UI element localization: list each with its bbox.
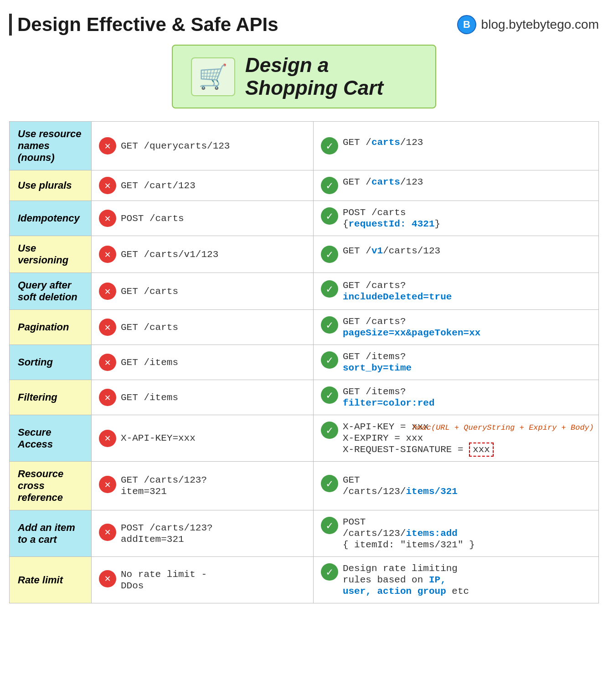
table-row: Rate limit ✕ No rate limit - DDos ✓ Desi… [10,557,599,603]
good-code-line1: Design rate limiting [343,563,469,574]
good-code-content: POST /carts/123/items:add { itemId: "ite… [343,517,475,550]
bad-cell-add-item-to-cart: ✕ POST /carts/123? addItem=321 [92,510,314,557]
bad-code: POST /carts [121,213,184,224]
good-cell-idempotency: ✓ POST /carts {requestId: 4321} [313,201,598,236]
good-code-content: GET /carts? includeDeleted=true [343,280,452,302]
bad-code-content: GET /carts/123? item=321 [121,475,207,497]
check-icon: ✓ [321,137,338,154]
x-icon: ✕ [99,137,116,154]
table-row: Add an item to a cart ✕ POST /carts/123?… [10,510,599,557]
row-label-sorting: Sorting [10,345,92,380]
bad-cell-idempotency: ✕ POST /carts [92,201,314,236]
good-code-line1: GET /carts? [343,316,480,327]
bad-cell-resource-cross-reference: ✕ GET /carts/123? item=321 [92,462,314,510]
bad-cell-use-resource-names: ✕ GET /querycarts/123 [92,122,314,170]
x-icon: ✕ [99,283,116,300]
bad-code-line2: addItem=321 [121,534,213,545]
table-row: Resource cross reference ✕ GET /carts/12… [10,462,599,510]
check-icon: ✓ [321,177,338,194]
svg-text:B: B [463,19,470,30]
cart-emoji: 🛒 [198,63,228,90]
logo-text: blog.bytebytego.com [481,17,599,32]
bad-code-content: POST /carts/123? addItem=321 [121,523,213,545]
table-row: Secure Access ✕ X-API-KEY=xxx ✓ X-API-KE… [10,415,599,462]
row-label-use-plurals: Use plurals [10,170,92,201]
check-icon: ✓ [321,207,338,225]
logo-area: B blog.bytebytego.com [457,15,599,35]
api-design-table: Use resource names (nouns) ✕ GET /queryc… [9,121,599,603]
row-label-use-resource-names: Use resource names (nouns) [10,122,92,170]
good-code-line3: { itemId: "items/321" } [343,540,475,550]
good-cell-use-resource-names: ✓ GET /carts/123 [313,122,598,170]
hero-title: Design a Shopping Cart [245,54,417,99]
x-icon: ✕ [99,476,116,493]
good-cell-pagination: ✓ GET /carts? pageSize=xx&pageToken=xx [313,310,598,345]
good-code-line2: rules based on IP, [343,575,469,585]
table-row: Idempotency ✕ POST /carts ✓ POST /carts … [10,201,599,236]
check-icon: ✓ [321,280,338,298]
logo-icon: B [457,15,477,35]
good-code-line2: X-EXPIRY = xxx [343,433,494,443]
table-row: Sorting ✕ GET /items ✓ GET /items? sort_… [10,345,599,380]
table-row: Use resource names (nouns) ✕ GET /queryc… [10,122,599,170]
check-icon: ✓ [321,563,338,581]
dashed-xxx: xxx [469,443,494,457]
good-cell-query-soft-deletion: ✓ GET /carts? includeDeleted=true [313,273,598,310]
row-label-secure-access: Secure Access [10,415,92,462]
good-code: GET /carts/123 [343,137,423,148]
x-icon: ✕ [99,177,116,194]
bad-cell-use-versioning: ✕ GET /carts/v1/123 [92,236,314,273]
bad-cell-pagination: ✕ GET /carts [92,310,314,345]
good-code-line1: POST /carts [343,207,440,218]
good-code-content: GET /items? sort_by=time [343,351,412,373]
row-label-add-item-to-cart: Add an item to a cart [10,510,92,557]
page-header: Design Effective & Safe APIs B blog.byte… [9,14,599,36]
check-icon: ✓ [321,517,338,534]
bad-cell-secure-access: ✕ X-API-KEY=xxx [92,415,314,462]
good-cell-sorting: ✓ GET /items? sort_by=time [313,345,598,380]
good-code-line2: sort_by=time [343,363,412,373]
bad-cell-use-plurals: ✕ GET /cart/123 [92,170,314,201]
bad-code-content: No rate limit - DDos [121,569,207,591]
table-row: Filtering ✕ GET /items ✓ GET /items? fil… [10,380,599,415]
bad-cell-rate-limit: ✕ No rate limit - DDos [92,557,314,603]
good-code-line3: user, action group etc [343,586,469,597]
row-label-query-soft-deletion: Query after soft deletion [10,273,92,310]
bad-code-line2: DDos [121,581,207,591]
cart-icon-container: 🛒 [191,57,235,96]
good-code-content: Design rate limiting rules based on IP, … [343,563,469,597]
x-icon: ✕ [99,354,116,371]
good-code-line2: filter=color:red [343,398,435,408]
bad-code-line1: No rate limit - [121,569,207,580]
x-icon: ✕ [99,389,116,406]
check-icon: ✓ [321,386,338,404]
good-code-line1: POST [343,517,475,527]
page-title: Design Effective & Safe APIs [17,14,278,36]
row-label-resource-cross-reference: Resource cross reference [10,462,92,510]
x-icon: ✕ [99,319,116,336]
good-code-line2: includeDeleted=true [343,292,452,302]
good-code-line1: GET [343,475,458,485]
row-label-rate-limit: Rate limit [10,557,92,603]
good-cell-rate-limit: ✓ Design rate limiting rules based on IP… [313,557,598,603]
x-icon: ✕ [99,430,116,447]
check-icon: ✓ [321,475,338,492]
good-code-line1: GET /carts? [343,280,452,291]
good-code-content: GET /items? filter=color:red [343,386,435,408]
row-label-filtering: Filtering [10,380,92,415]
good-cell-use-plurals: ✓ GET /carts/123 [313,170,598,201]
check-icon: ✓ [321,316,338,334]
good-code: GET /carts/123 [343,177,423,187]
good-code-line3: X-REQUEST-SIGNATURE = xxx [343,444,494,455]
good-cell-add-item-to-cart: ✓ POST /carts/123/items:add { itemId: "i… [313,510,598,557]
good-code: GET /v1/carts/123 [343,246,440,256]
bad-code: GET /carts [121,322,178,333]
good-cell-filtering: ✓ GET /items? filter=color:red [313,380,598,415]
good-code-line1: GET /items? [343,386,435,397]
good-code-content: GET /carts/123/items/321 [343,475,458,497]
bad-code-line1: POST /carts/123? [121,523,213,533]
good-code-line2: /carts/123/items:add [343,528,475,539]
check-icon: ✓ [321,422,338,439]
table-row: Query after soft deletion ✕ GET /carts ✓… [10,273,599,310]
table-row: Use plurals ✕ GET /cart/123 ✓ GET /carts… [10,170,599,201]
